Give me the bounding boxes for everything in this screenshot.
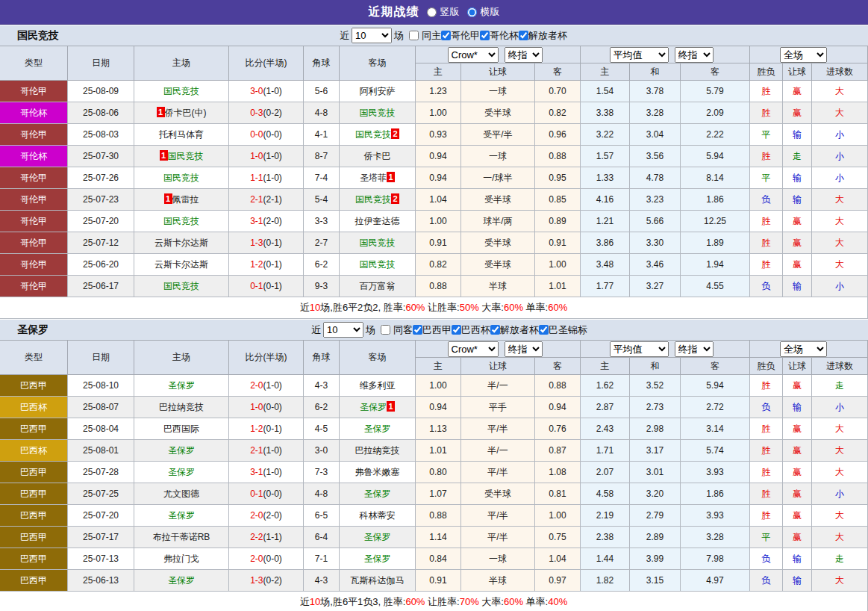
league-cell: 巴西甲 — [0, 548, 68, 570]
bookmaker-select[interactable]: Crow* — [448, 341, 499, 357]
home-team-name: 圣保罗 — [168, 575, 195, 586]
home-team-cell: 云斯卡尔达斯 — [134, 254, 229, 276]
avg-draw-odds-cell: 3.30 — [630, 232, 681, 254]
bookmaker-select[interactable]: Crow* — [448, 47, 499, 63]
avg-away-odds-cell: 1.89 — [681, 232, 750, 254]
crow-handicap-cell: 半/一 — [461, 440, 535, 462]
away-team-cell: 圣塔菲1 — [340, 167, 416, 189]
recent-count-select[interactable]: 10 — [352, 28, 392, 43]
away-team-cell: 科林蒂安 — [340, 505, 416, 527]
match-row: 哥伦甲25-08-03托利马体育0-0(0-0)4-1国民竞技20.93受平/半… — [0, 124, 868, 146]
league-filter[interactable]: 巴圣锦标 — [539, 323, 587, 337]
league-cell: 哥伦甲 — [0, 167, 68, 189]
corners-cell: 4-5 — [304, 418, 340, 440]
odds-time-select-2[interactable]: 终指 — [675, 47, 714, 63]
crow-away-odds-cell: 0.89 — [535, 211, 581, 232]
avg-away-odds-cell: 5.94 — [681, 146, 750, 167]
handicap-result-cell: 赢 — [783, 483, 812, 505]
fulltime-score: 3-1 — [250, 467, 263, 477]
layout-radio-vertical[interactable] — [427, 7, 437, 17]
match-row: 哥伦甲25-07-12云斯卡尔达斯1-3(0-1)2-7国民竞技0.91受半球0… — [0, 232, 868, 254]
avg-away-odds-cell: 3.14 — [681, 418, 750, 440]
score-cell: 1-0(1-0) — [229, 146, 304, 167]
halftime-score: (1-0) — [263, 445, 282, 456]
league-filter[interactable]: 解放者杯 — [490, 323, 539, 337]
handicap-result-cell: 赢 — [783, 440, 812, 462]
league-cell: 巴西甲 — [0, 570, 68, 592]
avg-home-odds-cell: 2.87 — [581, 397, 630, 418]
away-team-name: 拉伊奎达德 — [355, 216, 400, 226]
goals-result-cell: 大 — [812, 211, 868, 232]
avg-away-odds-cell: 2.22 — [681, 124, 750, 146]
odds-group-scope: 全场 — [750, 341, 868, 358]
league-filter-checkbox[interactable] — [441, 31, 451, 40]
scope-select[interactable]: 全场 — [780, 341, 827, 357]
handicap-result-cell: 赢 — [783, 418, 812, 440]
away-team-name: 国民竞技 — [360, 238, 396, 248]
result-cell: 胜 — [750, 102, 783, 124]
odds-time-select-1[interactable]: 终指 — [505, 341, 543, 357]
layout-option-horizontal[interactable]: 横版 — [462, 5, 500, 19]
home-team-name: 云斯卡尔达斯 — [154, 238, 208, 248]
league-filter-checkbox[interactable] — [480, 31, 490, 40]
league-filter[interactable]: 哥伦杯 — [480, 29, 519, 43]
summary-part: 70% — [460, 596, 479, 607]
score-cell: 3-0(1-0) — [229, 81, 304, 102]
league-filter-checkbox[interactable] — [539, 325, 549, 335]
summary-part: 60% — [405, 596, 425, 607]
section-header: 圣保罗 近 10 场 同客 巴西甲巴西杯解放者杯巴圣锦标 — [0, 319, 868, 340]
crow-handicap-cell: 半球 — [461, 570, 535, 592]
odds-time-select-2[interactable]: 终指 — [675, 341, 714, 357]
goals-result-cell: 大 — [812, 418, 868, 440]
goals-result-cell: 大 — [812, 232, 868, 254]
summary-part: 场,胜6平2负2, 胜率: — [320, 302, 405, 313]
halftime-score: (0-1) — [263, 259, 282, 270]
league-filter-label: 解放者杯 — [500, 323, 539, 337]
fulltime-score: 3-0 — [250, 86, 263, 96]
league-filter[interactable]: 巴西杯 — [452, 323, 490, 337]
average-select[interactable]: 平均值 — [610, 341, 669, 357]
date-cell: 25-06-13 — [68, 570, 134, 592]
crow-handicap-cell: 受半球 — [461, 232, 535, 254]
layout-radio-horizontal[interactable] — [467, 7, 477, 17]
result-cell: 负 — [750, 397, 783, 418]
layout-option-vertical[interactable]: 竖版 — [422, 5, 460, 19]
league-filter[interactable]: 解放者杯 — [519, 29, 567, 43]
scope-select[interactable]: 全场 — [780, 47, 827, 63]
recent-count-select[interactable]: 10 — [323, 322, 363, 338]
corners-cell: 2-7 — [304, 232, 340, 254]
crow-home-odds-cell: 0.93 — [416, 124, 461, 146]
col-header-corner: 角球 — [304, 46, 340, 81]
away-team-name: 圣保罗 — [364, 424, 391, 434]
league-filter-checkbox[interactable] — [413, 325, 422, 335]
league-filter[interactable]: 巴西甲 — [413, 323, 452, 337]
col-header-home: 主场 — [134, 46, 229, 81]
halftime-score: (0-0) — [263, 553, 282, 564]
average-select[interactable]: 平均值 — [610, 47, 669, 63]
team-section: 国民竞技 近 10 场 同主 哥伦甲哥伦杯解放者杯 类型 日期 — [0, 25, 868, 319]
date-cell: 25-07-28 — [68, 462, 134, 483]
halftime-score: (0-1) — [263, 238, 282, 248]
league-filter-checkbox[interactable] — [452, 325, 461, 335]
summary-part: 场,胜6平1负3, 胜率: — [320, 596, 405, 607]
odds-time-select-1[interactable]: 终指 — [505, 47, 543, 63]
halftime-score: (2-0) — [263, 510, 282, 521]
avg-away-odds-cell: 3.28 — [681, 527, 750, 548]
avg-away-odds-cell: 2.72 — [681, 397, 750, 418]
league-filter-label: 哥伦甲 — [451, 29, 480, 43]
league-filter-checkbox[interactable] — [519, 31, 528, 40]
same-venue-checkbox[interactable] — [381, 325, 390, 335]
result-cell: 平 — [750, 124, 783, 146]
league-filter-checkbox[interactable] — [490, 325, 500, 335]
same-venue-checkbox[interactable] — [409, 31, 419, 40]
handicap-result-cell: 赢 — [783, 211, 812, 232]
results-table: 类型 日期 主场 比分(半场) 角球 客场 Crow*终指 平均值终指 全场 — [0, 46, 868, 319]
league-cell: 巴西甲 — [0, 462, 68, 483]
match-row: 巴西甲25-06-13圣保罗1-3(0-2)4-3瓦斯科达伽马0.91半球0.9… — [0, 570, 868, 592]
crow-away-odds-cell: 0.70 — [535, 81, 581, 102]
league-filter[interactable]: 哥伦甲 — [441, 29, 480, 43]
recent-label: 近 — [311, 323, 321, 337]
home-team-cell: 巴西国际 — [134, 418, 229, 440]
away-team-name: 阿利安萨 — [360, 86, 396, 96]
same-venue-label: 同客 — [393, 323, 413, 337]
